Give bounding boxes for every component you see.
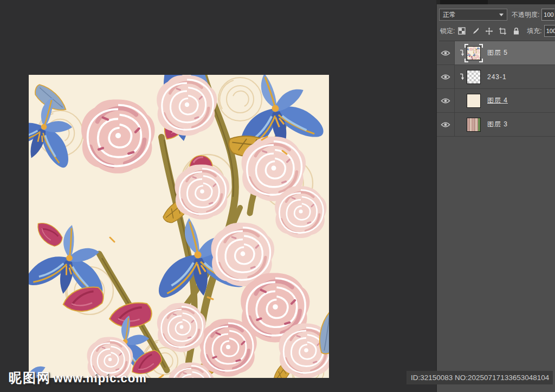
lock-position-icon[interactable] xyxy=(485,27,493,35)
lock-artboard-icon[interactable] xyxy=(499,27,507,35)
fill-field[interactable]: 100 xyxy=(544,25,555,37)
layer-thumbnail[interactable] xyxy=(466,69,482,85)
opacity-field[interactable]: 100 xyxy=(541,9,554,21)
layers-options: 正常 不透明度: 100 锁定: xyxy=(437,4,555,41)
lock-icons xyxy=(458,27,520,35)
watermark: 昵图网 www.nipic.com xyxy=(9,369,147,387)
image-id-badge: ID:32150083 NO:20250717133653048104 xyxy=(406,371,553,384)
visibility-column xyxy=(437,41,455,65)
layer-thumbnail[interactable] xyxy=(466,45,482,61)
blend-mode-select[interactable]: 正常 xyxy=(439,9,507,21)
layer-thumbnail[interactable] xyxy=(466,93,482,109)
clipping-mask-icon xyxy=(458,49,464,57)
layer-name[interactable]: 243-1 xyxy=(487,73,507,81)
canvas-area: 昵图网 www.nipic.com ID:32150083 NO:2025071… xyxy=(0,0,436,392)
layers-panel: 正常 不透明度: 100 锁定: xyxy=(436,0,555,392)
lock-transparency-icon[interactable] xyxy=(458,27,466,35)
layer-row-243-1[interactable]: 243-1 xyxy=(437,65,555,89)
watermark-site-url: www.nipic.com xyxy=(53,371,146,385)
watermark-site-name: 昵图网 xyxy=(9,370,51,385)
eye-icon[interactable] xyxy=(440,121,451,128)
clipping-mask-icon xyxy=(458,73,464,81)
layer-name[interactable]: 图层 4 xyxy=(487,96,508,105)
eye-icon[interactable] xyxy=(440,73,451,81)
lock-label: 锁定: xyxy=(440,27,455,36)
panel-top-strip xyxy=(437,0,555,4)
layer-name[interactable]: 图层 3 xyxy=(487,120,508,129)
layer-name[interactable]: 图层 5 xyxy=(487,48,508,57)
eye-icon[interactable] xyxy=(440,49,451,57)
layers-list: 图层 5 243-1 xyxy=(437,41,555,137)
layer-row-layer4[interactable]: 图层 4 xyxy=(437,89,555,113)
lock-row: 锁定: 填充: 100 xyxy=(439,23,555,39)
chevron-down-icon xyxy=(499,14,504,16)
eye-icon[interactable] xyxy=(440,97,451,105)
visibility-column xyxy=(437,89,455,112)
document-canvas[interactable] xyxy=(29,75,329,378)
layer-row-layer5[interactable]: 图层 5 xyxy=(437,41,555,65)
blend-mode-row: 正常 不透明度: 100 xyxy=(439,7,555,23)
lock-image-icon[interactable] xyxy=(472,27,480,35)
opacity-label: 不透明度: xyxy=(512,10,539,20)
panel-tab-remnant xyxy=(440,0,488,4)
fill-label: 填充: xyxy=(527,27,541,36)
visibility-column xyxy=(437,113,455,136)
layer-thumbnail[interactable] xyxy=(466,117,482,133)
layer-row-layer3[interactable]: 图层 3 xyxy=(437,113,555,137)
lock-all-icon[interactable] xyxy=(512,27,520,35)
visibility-column xyxy=(437,65,455,88)
blend-mode-value: 正常 xyxy=(443,10,456,20)
